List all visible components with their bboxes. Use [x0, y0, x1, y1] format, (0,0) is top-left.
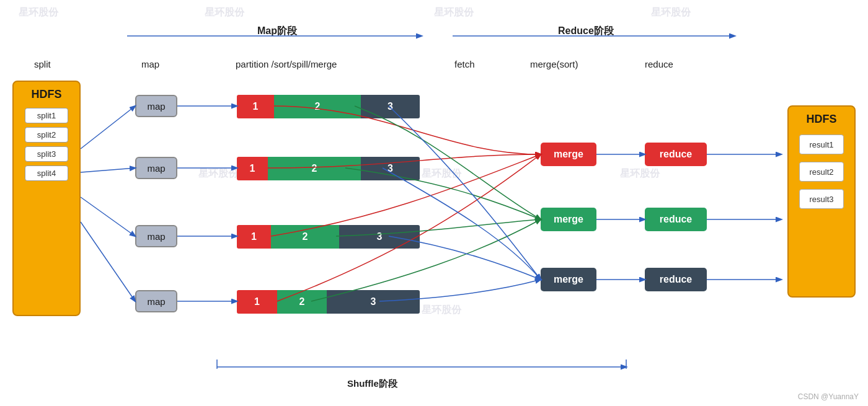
seg-3-3: 3 — [339, 225, 420, 249]
merge-box-dark: merge — [541, 268, 596, 291]
seg-1-1: 1 — [237, 95, 274, 118]
svg-line-7 — [81, 197, 135, 236]
watermark: 星环股份 — [19, 6, 58, 19]
svg-line-8 — [81, 222, 135, 301]
shuffle-phase-label: Shuffle阶段 — [347, 378, 397, 390]
watermark: 星环股份 — [651, 6, 691, 19]
reduce-box-green: reduce — [645, 208, 707, 231]
fetch-col-label: fetch — [454, 59, 475, 69]
reduce-box-dark: reduce — [645, 268, 707, 291]
seg-2-2: 2 — [268, 157, 361, 180]
watermark: 星环股份 — [422, 167, 461, 180]
split3: split3 — [25, 146, 68, 162]
map-box-4: map — [135, 290, 177, 312]
partition-bar-4: 1 2 3 — [237, 290, 420, 314]
hdfs-left-label: HDFS — [32, 88, 62, 101]
map-box-2: map — [135, 157, 177, 179]
seg-2-1: 1 — [237, 157, 268, 180]
map-phase-label: Map阶段 — [257, 25, 297, 38]
watermark: 星环股份 — [434, 6, 474, 19]
partition-bar-3: 1 2 3 — [237, 225, 420, 249]
svg-line-6 — [81, 168, 135, 172]
seg-3-2: 2 — [271, 225, 339, 249]
seg-4-3: 3 — [327, 290, 420, 314]
result2: result2 — [799, 162, 844, 182]
csdn-label: CSDN @YuannaY — [798, 392, 859, 401]
svg-line-5 — [81, 106, 135, 149]
seg-3-1: 1 — [237, 225, 271, 249]
hdfs-left: HDFS split1 split2 split3 split4 — [12, 81, 81, 316]
merge-box-green: merge — [541, 208, 596, 231]
reduce-box-red: reduce — [645, 143, 707, 166]
result1: result1 — [799, 135, 844, 154]
map-box-1: map — [135, 95, 177, 117]
seg-4-2: 2 — [277, 290, 327, 314]
split-col-label: split — [34, 59, 51, 69]
hdfs-right: HDFS result1 result2 result3 — [787, 105, 856, 298]
watermark: 星环股份 — [198, 167, 238, 180]
watermark: 星环股份 — [205, 6, 244, 19]
partition-bar-2: 1 2 3 — [237, 157, 420, 180]
split4: split4 — [25, 165, 68, 181]
partition-col-label: partition /sort/spill/merge — [236, 59, 337, 69]
split1: split1 — [25, 108, 68, 123]
result3: result3 — [799, 189, 844, 209]
split2: split2 — [25, 127, 68, 143]
reduce-phase-label: Reduce阶段 — [558, 25, 614, 38]
map-col-label: map — [141, 59, 159, 69]
seg-2-3: 3 — [361, 157, 420, 180]
seg-4-1: 1 — [237, 290, 277, 314]
arrows-svg — [0, 0, 868, 406]
reduce-col-label: reduce — [645, 59, 673, 69]
watermark: 星环股份 — [422, 304, 461, 317]
diagram-container: 星环股份 星环股份 星环股份 星环股份 星环股份 星环股份 星环股份 星环股份 … — [0, 0, 868, 406]
watermark: 星环股份 — [620, 167, 660, 180]
map-box-3: map — [135, 225, 177, 247]
merge-box-red: merge — [541, 143, 596, 166]
seg-1-3: 3 — [361, 95, 420, 118]
partition-bar-1: 1 2 3 — [237, 95, 420, 118]
hdfs-right-label: HDFS — [807, 113, 837, 126]
seg-1-2: 2 — [274, 95, 361, 118]
merge-sort-col-label: merge(sort) — [530, 59, 578, 69]
